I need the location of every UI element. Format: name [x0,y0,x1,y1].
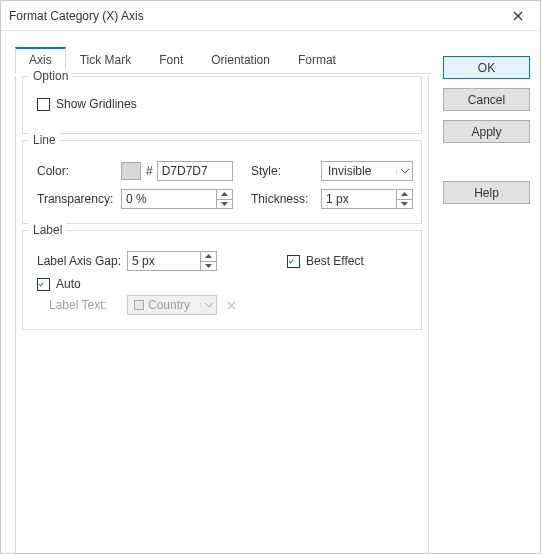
ok-button[interactable]: OK [443,56,530,79]
style-label: Style: [251,164,281,178]
cancel-button[interactable]: Cancel [443,88,530,111]
line-fieldset: Line Color: # D7D7D7 Style: Invisible [22,140,422,224]
transparency-spinner[interactable] [217,189,233,209]
gap-spinner[interactable] [201,251,217,271]
tab-panel: Option Show Gridlines Line Color: # D7D7… [15,76,429,554]
close-icon [513,11,523,21]
option-fieldset: Option Show Gridlines [22,76,422,134]
show-gridlines-label: Show Gridlines [56,97,137,111]
style-select[interactable]: Invisible [321,161,413,181]
thickness-spinner[interactable] [397,189,413,209]
auto-label: Auto [56,277,81,291]
transparency-input[interactable]: 0 % [121,189,217,209]
line-legend: Line [29,133,60,147]
color-label: Color: [37,164,69,178]
show-gridlines-checkbox[interactable] [37,98,50,111]
color-hex-input[interactable]: D7D7D7 [157,161,233,181]
label-text-select: Country [127,295,217,315]
dialog-window: Format Category (X) Axis Axis Tick Mark … [0,0,541,554]
chevron-down-icon [396,169,412,174]
best-effect-checkbox[interactable] [287,255,300,268]
label-fieldset: Label Label Axis Gap: 5 px Best Eff [22,230,422,330]
close-button[interactable] [496,1,540,31]
titlebar: Format Category (X) Axis [1,1,540,31]
tabs: Axis Tick Mark Font Orientation Format [15,46,431,74]
option-legend: Option [29,69,72,83]
tab-font[interactable]: Font [145,47,197,74]
chevron-down-icon [200,303,216,308]
tab-format[interactable]: Format [284,47,350,74]
label-legend: Label [29,223,66,237]
gap-input[interactable]: 5 px [127,251,201,271]
color-hash: # [146,164,153,178]
x-icon [227,301,236,310]
gap-label: Label Axis Gap: [37,254,121,268]
label-text-label: Label Text: [49,298,107,312]
color-swatch[interactable] [121,162,141,180]
apply-button[interactable]: Apply [443,120,530,143]
help-button[interactable]: Help [443,181,530,204]
thickness-input[interactable]: 1 px [321,189,397,209]
tab-orientation[interactable]: Orientation [197,47,284,74]
clear-label-text-button [221,295,241,315]
best-effect-label: Best Effect [306,254,364,268]
thickness-label: Thickness: [251,192,308,206]
auto-checkbox[interactable] [37,278,50,291]
tab-tick-mark[interactable]: Tick Mark [66,47,146,74]
field-icon [134,300,144,310]
transparency-label: Transparency: [37,192,113,206]
window-title: Format Category (X) Axis [9,9,144,23]
